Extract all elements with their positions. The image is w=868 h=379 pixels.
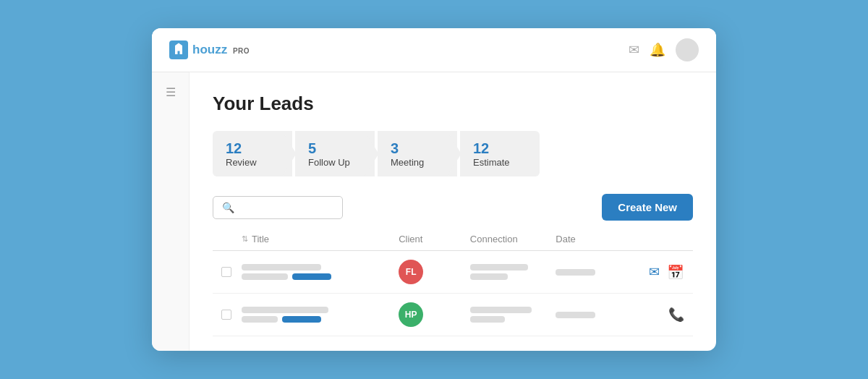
- row-title-1: [242, 264, 399, 280]
- pipeline-step-meeting[interactable]: 3 Meeting: [378, 131, 457, 176]
- table-header: ⇅ Title Client Connection Date: [213, 234, 693, 251]
- mail-action-icon[interactable]: ✉: [649, 264, 660, 280]
- row-date-1: [556, 269, 627, 276]
- skeleton-blue: [282, 316, 321, 323]
- header-client: Client: [399, 234, 470, 244]
- avatar-hp: HP: [399, 302, 423, 327]
- pipeline-step-estimate[interactable]: 12 Estimate: [460, 131, 540, 176]
- pipeline-step-review[interactable]: 12 Review: [213, 131, 292, 176]
- pipeline-label-estimate: Estimate: [473, 157, 510, 168]
- row-client-1: FL: [399, 260, 470, 284]
- pipeline-count-review: 12: [226, 140, 257, 157]
- navbar: houzz PRO ✉ 🔔: [152, 28, 716, 72]
- create-new-button[interactable]: Create New: [602, 194, 693, 221]
- bell-icon[interactable]: 🔔: [650, 42, 665, 58]
- skeleton: [242, 307, 328, 313]
- skeleton: [470, 264, 528, 271]
- skeleton: [470, 316, 505, 323]
- row-connection-2: [470, 307, 556, 323]
- pipeline-label-meeting: Meeting: [391, 157, 424, 168]
- pipeline-label-followup: Follow Up: [308, 157, 350, 168]
- skeleton: [556, 312, 595, 318]
- row-actions-2: 📞: [627, 307, 684, 323]
- pipeline-count-followup: 5: [308, 140, 350, 157]
- hamburger-icon[interactable]: ☰: [166, 85, 176, 101]
- row-client-2: HP: [399, 302, 470, 327]
- header-connection: Connection: [470, 234, 556, 244]
- table-row: HP 📞: [213, 294, 693, 336]
- phone-action-icon[interactable]: 📞: [668, 307, 684, 323]
- search-icon: 🔍: [222, 202, 234, 213]
- skeleton: [556, 269, 595, 276]
- calendar-action-icon[interactable]: 📅: [667, 264, 684, 281]
- search-box[interactable]: 🔍: [213, 196, 343, 219]
- skeleton-blue: [292, 273, 331, 280]
- logo-pro-text: PRO: [233, 47, 250, 55]
- header-title: ⇅ Title: [242, 234, 399, 244]
- pipeline-step-followup[interactable]: 5 Follow Up: [295, 131, 375, 176]
- row-connection-1: [470, 264, 556, 280]
- skeleton: [242, 264, 321, 271]
- row-checkbox-2[interactable]: [221, 310, 242, 320]
- row-checkbox-1[interactable]: [221, 267, 242, 277]
- header-date: Date: [556, 234, 627, 244]
- avatar-fl: FL: [399, 260, 423, 284]
- page-title: Your Leads: [213, 93, 693, 115]
- pipeline-label-review: Review: [226, 157, 257, 168]
- row-date-2: [556, 312, 627, 318]
- pipeline-count-meeting: 3: [391, 140, 424, 157]
- main-content: ☰ Your Leads 12 Review 5 Follow Up: [152, 72, 716, 351]
- navbar-right: ✉ 🔔: [629, 38, 699, 61]
- avatar[interactable]: [676, 38, 699, 61]
- houzz-icon: [169, 41, 188, 59]
- pipeline-count-estimate: 12: [473, 140, 510, 157]
- search-input[interactable]: [240, 202, 333, 213]
- skeleton: [470, 273, 508, 280]
- logo: houzz PRO: [169, 41, 250, 59]
- sidebar: ☰: [152, 72, 190, 351]
- app-window: houzz PRO ✉ 🔔 ☰ Your Leads 12: [152, 28, 716, 351]
- logo-wordmark: houzz PRO: [192, 43, 250, 57]
- page-body: Your Leads 12 Review 5 Follow Up: [190, 72, 716, 351]
- mail-icon[interactable]: ✉: [629, 42, 639, 58]
- row-title-2: [242, 307, 399, 323]
- sort-icon: ⇅: [242, 234, 248, 244]
- skeleton: [470, 307, 532, 313]
- table-row: FL ✉ 📅: [213, 251, 693, 294]
- skeleton: [242, 273, 288, 280]
- pipeline: 12 Review 5 Follow Up 3 Meeting: [213, 131, 693, 176]
- skeleton: [242, 316, 278, 323]
- actions-row: 🔍 Create New: [213, 194, 693, 221]
- row-actions-1: ✉ 📅: [627, 264, 684, 281]
